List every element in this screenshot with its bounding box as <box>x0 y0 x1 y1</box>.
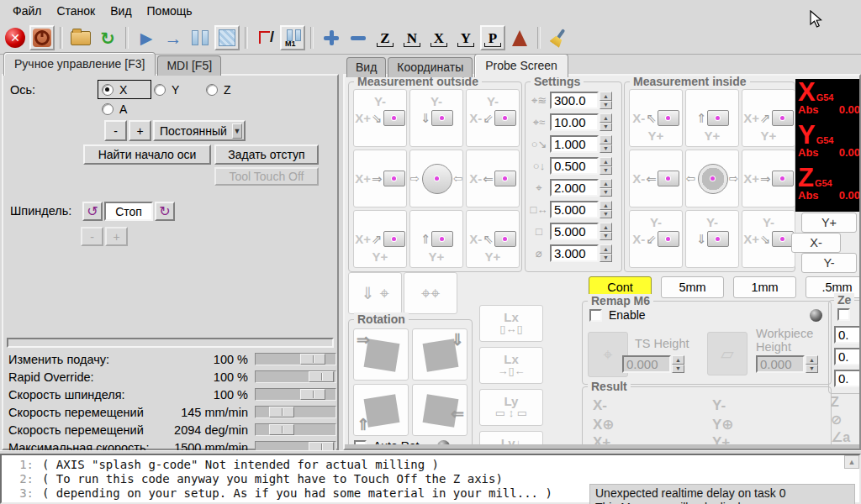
measure-lx-inside-button[interactable]: Lx →▯← <box>479 347 543 384</box>
tab-probe-screen[interactable]: Probe Screen <box>474 54 568 77</box>
jog-y-plus-button[interactable]: Y+ <box>801 213 857 233</box>
probe-down-button[interactable]: ⇓ ⌖ <box>348 272 402 314</box>
zero-input[interactable] <box>834 370 861 387</box>
increment-1mm-button[interactable]: 1mm <box>733 276 796 298</box>
slider-thumb[interactable] <box>269 424 294 435</box>
jog-y-minus-button[interactable]: Y- <box>801 253 857 273</box>
zero-input[interactable] <box>834 326 861 344</box>
setting-input[interactable] <box>550 223 599 240</box>
setting-input[interactable] <box>550 92 599 109</box>
setting-input[interactable] <box>550 113 599 131</box>
spindle-plus-button[interactable]: + <box>105 227 128 246</box>
slider-trough[interactable] <box>255 406 336 418</box>
setting-input[interactable] <box>550 201 599 218</box>
rotation-probe-button[interactable]: ⇑ <box>353 384 409 436</box>
spin-down-icon[interactable]: ▼ <box>600 254 612 263</box>
spin-down-icon[interactable]: ▼ <box>806 365 818 374</box>
rotation-probe-button[interactable]: ⇒ <box>353 328 409 381</box>
slider-trough[interactable] <box>255 370 336 383</box>
probe-outside-xplus-yplus[interactable]: X+⇗ Y+ <box>353 210 407 268</box>
measure-ly-outside-button[interactable]: Ly ▭ ↕ ▭ <box>479 389 543 426</box>
spindle-stop-button[interactable]: Стоп <box>104 202 153 221</box>
spin-up-icon[interactable]: ▲ <box>600 244 612 254</box>
workpiece-height-button[interactable]: ▱ <box>707 332 747 375</box>
probe-inside-center[interactable] <box>685 150 739 207</box>
probe-inside-xminus-yminus[interactable]: Y- X-⇙ <box>629 210 683 268</box>
spindle-ccw-button[interactable]: ↺ <box>82 202 103 221</box>
measure-lx-outside-button[interactable]: Lx ▯↔▯ <box>479 305 543 342</box>
increment-5mm-button[interactable]: 5mm <box>661 276 724 298</box>
spin-down-icon[interactable]: ▼ <box>600 166 612 176</box>
spindle-minus-button[interactable]: - <box>81 227 103 246</box>
jog-minus-button[interactable]: - <box>104 120 127 141</box>
jog-plus-button[interactable]: + <box>129 120 151 141</box>
run-program-button[interactable]: ▶ <box>134 25 159 50</box>
slider-trough[interactable] <box>255 388 336 401</box>
spin-up-icon[interactable]: ▲ <box>600 135 612 144</box>
probe-outside-xplus[interactable]: X+⇒ <box>353 150 407 207</box>
axis-radio[interactable]: X <box>98 81 151 98</box>
slider-trough[interactable] <box>255 353 336 365</box>
tab-manual-control[interactable]: Ручное управление [F3] <box>3 52 156 76</box>
probe-outside-xminus-yplus[interactable]: X-⇖ Y+ <box>466 210 520 268</box>
probe-outside-xminus[interactable]: X-⇐ <box>466 150 520 207</box>
probe-inside-xplus[interactable]: X+⇒ <box>742 150 795 207</box>
estop-button[interactable]: ✕ <box>3 25 28 50</box>
probe-outside-yminus[interactable]: Y- ⇓ <box>409 89 463 147</box>
view-y-button[interactable]: Y <box>453 25 478 50</box>
gcode-scroll-up-button[interactable]: ▲ <box>844 455 859 469</box>
ts-height-input[interactable] <box>622 355 671 373</box>
probe-inside-xminus[interactable]: X-⇐ <box>629 150 683 207</box>
spin-down-icon[interactable]: ▼ <box>672 365 684 374</box>
probe-outside-xplus-yminus[interactable]: Y- X+⇘ <box>353 89 407 147</box>
tab-mdi[interactable]: MDI [F5] <box>157 55 221 76</box>
tab-dro[interactable]: Координаты <box>388 57 473 77</box>
probe-outside-xminus-yminus[interactable]: Y- X-⇙ <box>466 89 520 147</box>
gcode-line[interactable]: 1: ( AXIS "splash g-code" Not intended f… <box>2 458 859 472</box>
probe-inside-xminus-yplus[interactable]: X-⇖ Y+ <box>629 89 683 147</box>
view-x-button[interactable]: X <box>426 25 452 50</box>
reload-file-button[interactable]: ↻ <box>95 25 120 50</box>
rotate-view-button[interactable] <box>507 25 532 50</box>
workpiece-height-input[interactable] <box>756 355 805 373</box>
slider-thumb[interactable] <box>269 407 294 417</box>
skip-lines-button[interactable]: / <box>253 25 278 50</box>
spin-down-icon[interactable]: ▼ <box>600 232 612 241</box>
menu-item[interactable]: Помощь <box>140 2 200 20</box>
run-step-button[interactable]: → <box>161 25 186 50</box>
view-z2-button[interactable]: N <box>399 25 425 50</box>
spin-down-icon[interactable]: ▼ <box>600 101 612 110</box>
stop-button[interactable] <box>214 25 240 50</box>
tab-preview[interactable]: Вид <box>346 57 386 77</box>
probe-outside-yplus[interactable]: ⇑ Y+ <box>409 210 463 268</box>
spin-down-icon[interactable]: ▼ <box>600 188 612 197</box>
rotation-probe-button[interactable]: ⇓ <box>412 328 467 381</box>
setting-input[interactable] <box>550 157 599 175</box>
remap-enable-checkbox[interactable] <box>589 309 602 322</box>
setting-input[interactable] <box>550 244 599 262</box>
home-axis-button[interactable]: Найти начало оси <box>83 144 211 165</box>
slider-trough[interactable] <box>255 423 336 436</box>
clear-plot-button[interactable] <box>546 25 571 50</box>
setting-input[interactable] <box>550 179 599 197</box>
axis-radio[interactable]: Z <box>203 81 255 98</box>
menu-item[interactable]: Файл <box>5 2 49 20</box>
spin-down-icon[interactable]: ▼ <box>600 144 612 154</box>
probe-inside-xplus-yminus[interactable]: Y- X+⇘ <box>742 210 795 268</box>
axis-radio[interactable]: A <box>98 100 151 118</box>
spin-up-icon[interactable]: ▲ <box>600 201 612 210</box>
tool-touch-off-button[interactable]: Tool Touch Off <box>214 167 319 186</box>
pause-button[interactable] <box>188 25 213 50</box>
spin-up-icon[interactable]: ▲ <box>600 223 612 232</box>
axis-radio[interactable]: Y <box>151 81 203 98</box>
spin-up-icon[interactable]: ▲ <box>600 157 612 166</box>
probe-inside-xplus-yplus[interactable]: X+⇗ Y+ <box>742 89 795 147</box>
spin-down-icon[interactable]: ▼ <box>600 210 612 219</box>
setting-input[interactable] <box>550 135 599 153</box>
open-file-button[interactable] <box>68 25 93 50</box>
zoom-out-button[interactable] <box>346 25 371 50</box>
zero-checkbox[interactable] <box>837 308 850 321</box>
view-z-button[interactable]: Z <box>372 25 398 50</box>
menu-item[interactable]: Станок <box>49 2 103 20</box>
machine-power-button[interactable] <box>29 25 55 50</box>
